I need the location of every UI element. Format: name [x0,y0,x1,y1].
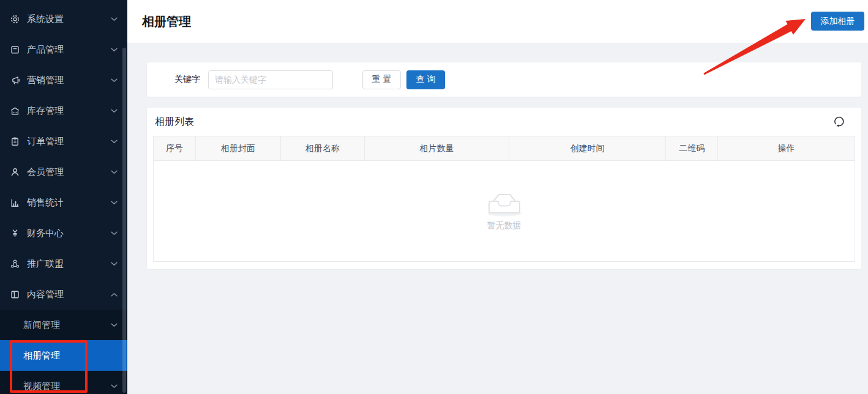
sidebar-subitem-2[interactable]: 视频管理 [0,371,127,394]
sidebar-item-0[interactable]: 系统设置 [0,4,127,34]
megaphone-icon [10,75,20,86]
content-icon [10,289,20,300]
empty-state: 暂无数据 [484,191,525,231]
table-title: 相册列表 [155,116,194,128]
chevron-down-icon [111,231,118,236]
column-header-4: 创建时间 [509,136,666,160]
main-area: 相册管理 添加相册 关键字 重 置 查 询 相册列表 序号相册封面相册名称相片数… [127,0,868,394]
sidebar-item-label: 库存管理 [27,105,111,117]
keyword-label: 关键字 [174,74,200,85]
chevron-down-icon [111,78,118,83]
sidebar-item-6[interactable]: 销售统计 [0,187,127,218]
refresh-icon[interactable] [834,116,845,127]
sidebar-item-label: 推广联盟 [27,258,111,270]
sidebar-item-4[interactable]: 订单管理 [0,126,127,157]
warehouse-icon [10,106,20,116]
gear-icon [10,14,20,24]
sidebar-menu: 系统设置 产品管理 营销管理 库存管理 订单管理 会员管理 [0,4,127,310]
sidebar-item-8[interactable]: 推广联盟 [0,248,127,279]
alliance-icon [10,259,20,269]
column-header-1: 相册封面 [196,136,281,160]
column-header-0: 序号 [154,136,196,160]
product-icon [10,45,20,55]
sidebar-submenu-content: 新闻管理 相册管理 视频管理 [0,310,127,394]
sidebar-item-5[interactable]: 会员管理 [0,157,127,187]
finance-icon [10,228,20,239]
sidebar-subitem-0[interactable]: 新闻管理 [0,310,127,340]
sidebar-item-label: 财务中心 [27,228,111,239]
sidebar-item-1[interactable]: 产品管理 [0,34,127,65]
chevron-down-icon [111,139,118,144]
page-title: 相册管理 [142,13,191,30]
sidebar-subitem-label: 视频管理 [23,381,111,392]
keyword-input[interactable] [208,70,333,89]
album-table: 序号相册封面相册名称相片数量创建时间二维码操作 暂无数据 [153,136,855,262]
sidebar-item-label: 营销管理 [27,75,111,86]
sidebar-subitem-1[interactable]: 相册管理 [0,340,127,371]
sidebar: 系统设置 产品管理 营销管理 库存管理 订单管理 会员管理 [0,0,127,394]
chevron-down-icon [111,201,118,205]
sidebar-item-label: 订单管理 [27,136,111,147]
chevron-down-icon [111,323,118,327]
chevron-down-icon [111,262,118,266]
sidebar-scrollbar[interactable] [122,48,126,393]
order-icon [10,136,20,147]
sidebar-item-3[interactable]: 库存管理 [0,95,127,126]
sidebar-item-label: 内容管理 [27,289,111,300]
stats-icon [10,198,20,208]
column-header-2: 相册名称 [281,136,365,160]
search-button[interactable]: 查 询 [406,70,445,89]
table-header-row: 序号相册封面相册名称相片数量创建时间二维码操作 [154,136,855,161]
filter-card: 关键字 重 置 查 询 [147,62,861,97]
chevron-down-icon [111,384,118,388]
sidebar-subitem-label: 新闻管理 [23,319,111,331]
sidebar-item-2[interactable]: 营销管理 [0,65,127,95]
chevron-down-icon [111,17,118,21]
reset-button[interactable]: 重 置 [362,70,401,89]
sidebar-item-label: 产品管理 [27,44,111,56]
sidebar-item-label: 系统设置 [27,13,111,25]
empty-inbox-icon [484,191,525,217]
sidebar-subitem-label: 相册管理 [23,350,111,362]
column-header-5: 二维码 [666,136,718,160]
column-header-6: 操作 [718,136,855,160]
empty-text: 暂无数据 [487,220,522,231]
column-header-3: 相片数量 [365,136,509,160]
chevron-down-icon [111,48,118,52]
add-album-button[interactable]: 添加相册 [811,12,864,31]
sidebar-item-label: 销售统计 [27,197,111,209]
chevron-down-icon [111,292,118,297]
member-icon [10,167,20,177]
sidebar-item-label: 会员管理 [27,166,111,178]
album-list-card: 相册列表 序号相册封面相册名称相片数量创建时间二维码操作 暂无数据 [147,108,861,269]
chevron-down-icon [111,170,118,174]
chevron-down-icon [111,109,118,113]
table-body: 暂无数据 [154,161,855,261]
page-header: 相册管理 添加相册 [127,0,868,43]
sidebar-item-7[interactable]: 财务中心 [0,218,127,248]
sidebar-item-9[interactable]: 内容管理 [0,279,127,310]
album-admin-page: 系统设置 产品管理 营销管理 库存管理 订单管理 会员管理 [0,0,868,394]
